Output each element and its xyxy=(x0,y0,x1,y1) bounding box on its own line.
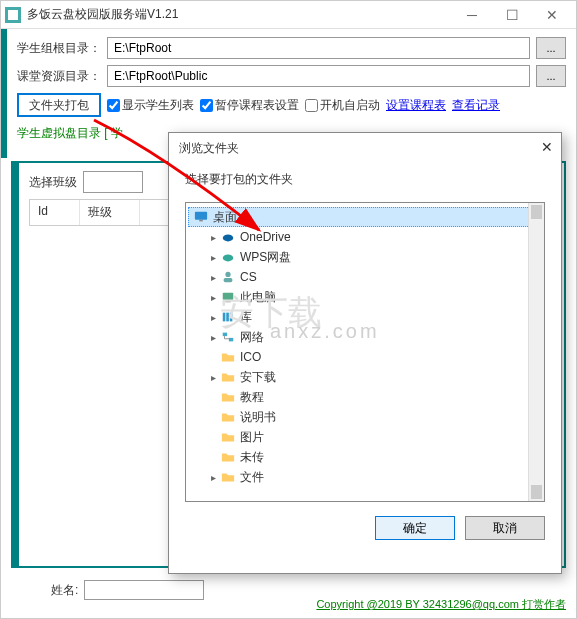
set-schedule-link[interactable]: 设置课程表 xyxy=(386,97,446,114)
svg-rect-12 xyxy=(230,313,233,322)
name-input[interactable] xyxy=(84,580,204,600)
titlebar: 多饭云盘校园版服务端V1.21 ─ ☐ ✕ xyxy=(1,1,576,29)
svg-rect-11 xyxy=(226,313,229,322)
select-class-label: 选择班级 xyxy=(29,174,77,191)
root-dir-label: 学生组根目录： xyxy=(17,40,101,57)
svg-rect-10 xyxy=(223,313,226,322)
autostart-checkbox[interactable]: 开机自启动 xyxy=(305,97,380,114)
cancel-button[interactable]: 取消 xyxy=(465,516,545,540)
folder-icon xyxy=(220,470,236,484)
ok-button[interactable]: 确定 xyxy=(375,516,455,540)
dialog-prompt: 选择要打包的文件夹 xyxy=(185,171,545,188)
root-dir-input[interactable] xyxy=(107,37,530,59)
desktop-icon xyxy=(193,210,209,224)
svg-rect-1 xyxy=(8,10,18,20)
minimize-button[interactable]: ─ xyxy=(452,2,492,28)
folder-icon xyxy=(220,390,236,404)
tree-item-lib[interactable]: ▸库 xyxy=(202,307,542,327)
res-dir-browse-button[interactable]: ... xyxy=(536,65,566,87)
pack-folder-button[interactable]: 文件夹打包 xyxy=(17,93,101,117)
tree-item-ico[interactable]: ICO xyxy=(216,347,542,367)
folder-icon xyxy=(220,350,236,364)
dialog-close-button[interactable]: ✕ xyxy=(541,139,553,155)
library-icon xyxy=(220,310,236,324)
copyright-link[interactable]: Copyright @2019 BY 32431296@qq.com 打赏作者 xyxy=(316,597,566,612)
show-list-checkbox[interactable]: 显示学生列表 xyxy=(107,97,194,114)
svg-rect-3 xyxy=(199,220,203,222)
view-log-link[interactable]: 查看记录 xyxy=(452,97,500,114)
svg-rect-13 xyxy=(223,333,227,337)
browse-folder-dialog: 浏览文件夹 ✕ 选择要打包的文件夹 桌面 ▸OneDrive ▸WPS网盘 ▸C… xyxy=(168,132,562,574)
svg-rect-8 xyxy=(223,293,234,300)
root-dir-browse-button[interactable]: ... xyxy=(536,37,566,59)
name-row: 姓名: xyxy=(51,580,204,600)
col-class[interactable]: 班级 xyxy=(80,200,140,225)
select-class-input[interactable] xyxy=(83,171,143,193)
col-id[interactable]: Id xyxy=(30,200,80,225)
folder-icon xyxy=(220,430,236,444)
folder-icon xyxy=(220,450,236,464)
user-icon xyxy=(220,270,236,284)
res-dir-input[interactable] xyxy=(107,65,530,87)
tree-item-tutorial[interactable]: 教程 xyxy=(216,387,542,407)
cloud-icon xyxy=(220,230,236,244)
app-icon xyxy=(5,7,21,23)
svg-rect-9 xyxy=(225,301,230,303)
folder-icon xyxy=(220,370,236,384)
maximize-button[interactable]: ☐ xyxy=(492,2,532,28)
tree-item-onedrive[interactable]: ▸OneDrive xyxy=(202,227,542,247)
name-label: 姓名: xyxy=(51,582,78,599)
side-strip xyxy=(1,29,7,158)
folder-icon xyxy=(220,410,236,424)
tree-item-untrans[interactable]: 未传 xyxy=(216,447,542,467)
computer-icon xyxy=(220,290,236,304)
tree-item-thispc[interactable]: ▸此电脑 xyxy=(202,287,542,307)
tree-item-anxz[interactable]: ▸安下载 xyxy=(202,367,542,387)
res-dir-label: 课堂资源目录： xyxy=(17,68,101,85)
svg-rect-7 xyxy=(224,278,233,282)
tree-scrollbar[interactable] xyxy=(528,203,544,501)
svg-rect-2 xyxy=(195,212,207,220)
pause-schedule-checkbox[interactable]: 暂停课程表设置 xyxy=(200,97,299,114)
svg-point-4 xyxy=(223,234,234,241)
tree-item-wps[interactable]: ▸WPS网盘 xyxy=(202,247,542,267)
svg-point-5 xyxy=(223,254,234,261)
cloud-icon xyxy=(220,250,236,264)
close-button[interactable]: ✕ xyxy=(532,2,572,28)
window-title: 多饭云盘校园版服务端V1.21 xyxy=(27,6,452,23)
svg-point-6 xyxy=(225,272,230,277)
dialog-title: 浏览文件夹 xyxy=(169,133,561,163)
chevron-right-icon: ▸ xyxy=(206,232,220,243)
tree-item-network[interactable]: ▸网络 xyxy=(202,327,542,347)
tree-item-desktop[interactable]: 桌面 xyxy=(188,207,542,227)
tree-item-files[interactable]: ▸文件 xyxy=(202,467,542,487)
tree-item-manual[interactable]: 说明书 xyxy=(216,407,542,427)
tree-item-cs[interactable]: ▸CS xyxy=(202,267,542,287)
tree-item-pictures[interactable]: 图片 xyxy=(216,427,542,447)
network-icon xyxy=(220,330,236,344)
folder-tree[interactable]: 桌面 ▸OneDrive ▸WPS网盘 ▸CS ▸此电脑 ▸库 ▸网络 ICO … xyxy=(185,202,545,502)
